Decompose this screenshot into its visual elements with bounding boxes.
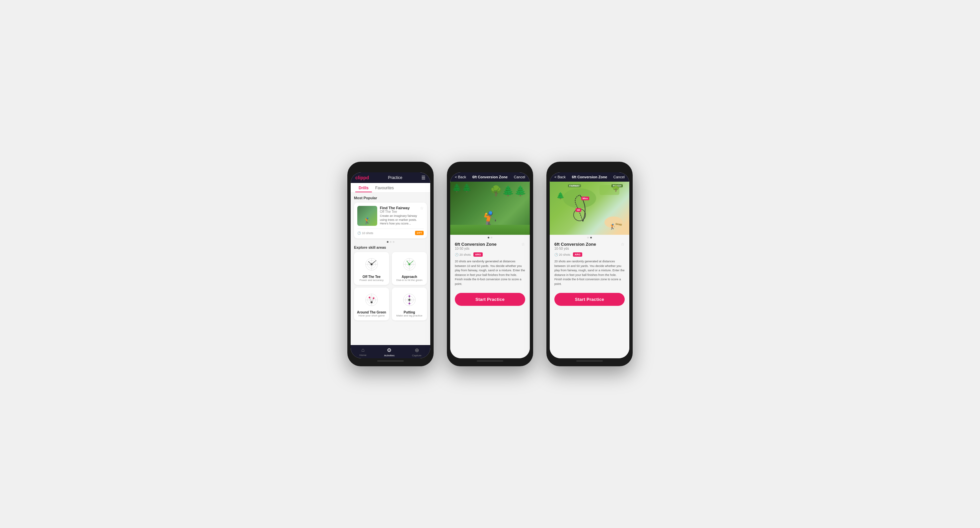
featured-drill-card[interactable]: 🏌️ Find The Fairway Off The Tee ☆ Create… — [354, 203, 427, 238]
drill-desc-3: 20 shots are randomly generated at dista… — [554, 259, 625, 286]
carousel-dots — [354, 241, 427, 243]
star-icon[interactable]: ☆ — [420, 206, 424, 211]
phone1-content: Most Popular 🏌️ Find The Fairway Off The… — [351, 193, 430, 345]
image-dots-2 — [450, 235, 530, 238]
drill-meta-3: 🕐 20 shots ARG — [554, 252, 625, 257]
skill-sub-atg: Hone your short game — [356, 314, 387, 317]
image-dots-3 — [550, 235, 629, 238]
skill-off-the-tee[interactable]: Off The Tee Power and accuracy — [354, 252, 389, 285]
skill-putting[interactable]: Putting Make and lag practice — [392, 287, 427, 321]
drill-info-2: 6ft Conversion Zone 10-50 yds ☆ 🕐 20 sho… — [450, 238, 530, 290]
drill-hero-image: 🌲🌲 🌳🌲🌲 🏌️ — [450, 182, 530, 235]
green-grass — [450, 225, 530, 235]
dot-2 — [390, 241, 391, 243]
svg-point-37 — [563, 188, 596, 208]
shots-2: 🕐 20 shots — [455, 253, 471, 256]
drill-desc-2: 20 shots are randomly generated at dista… — [455, 259, 525, 286]
skill-around-the-green[interactable]: Around The Green Hone your short game — [354, 287, 389, 321]
skill-name-ott: Off The Tee — [356, 275, 387, 279]
drill-subtitle: Off The Tee — [380, 210, 410, 214]
dot-1 — [387, 241, 388, 243]
skill-name-approach: Approach — [395, 275, 424, 279]
hit-badge: Hit — [576, 208, 581, 212]
star-icon-3[interactable]: ☆ — [621, 242, 625, 247]
drill-yds-2: 10-50 yds — [455, 247, 496, 250]
skill-name-atg: Around The Green — [356, 311, 387, 314]
clock-icon-3: 🕐 — [554, 253, 558, 256]
cancel-button-2[interactable]: Cancel — [514, 175, 525, 179]
arg-badge-3: ARG — [573, 252, 582, 257]
tab-drills[interactable]: Drills — [355, 183, 372, 192]
drill-footer: 🕐 10 shots OTT — [357, 228, 424, 235]
phone2-title: 6ft Conversion Zone — [473, 175, 508, 179]
nav-home-label: Home — [359, 354, 366, 357]
notch-3 — [576, 165, 603, 172]
map-tree-2: 🌳 — [612, 185, 619, 192]
home-bar-3 — [576, 360, 603, 362]
drill-desc: Create an imaginary fairway using trees … — [380, 214, 424, 226]
miss-badge: Miss — [581, 196, 589, 200]
drill-header-2: 6ft Conversion Zone 10-50 yds ☆ — [455, 242, 525, 252]
notch-2 — [477, 165, 503, 172]
skill-sub-approach: Dial-in to hit the green — [395, 279, 424, 282]
notch-1 — [377, 165, 404, 172]
skill-grid: Off The Tee Power and accuracy — [354, 252, 427, 321]
drill-thumbnail: 🏌️ — [357, 206, 377, 226]
dot-3 — [393, 241, 395, 243]
nav-capture-label: Capture — [412, 354, 421, 357]
phone-2: < Back 6ft Conversion Zone Cancel 🌲🌲 🌳🌲🌲… — [447, 162, 533, 366]
nav-activities[interactable]: ⚙ Activities — [384, 347, 395, 357]
menu-icon[interactable]: ☰ — [421, 175, 426, 180]
tab-favourites[interactable]: Favourites — [372, 183, 397, 192]
cancel-button-3[interactable]: Cancel — [613, 175, 625, 179]
drill-meta-2: 🕐 20 shots ARG — [455, 252, 525, 257]
home-bar-2 — [477, 360, 503, 362]
off-the-tee-icon — [362, 255, 382, 274]
phone-1-screen: clippd Practice ☰ Drills Favourites Most… — [351, 172, 430, 358]
golfer-emoji: 🏌️ — [364, 217, 371, 225]
fairway-label: FAIRWAY — [568, 184, 581, 187]
drill-yds-3: 10-50 yds — [554, 247, 596, 250]
phone-3-screen: < Back 6ft Conversion Zone Cancel — [550, 172, 629, 358]
tabs-bar: Drills Favourites — [351, 183, 430, 193]
img-dot-2 — [491, 237, 492, 238]
phone-1: clippd Practice ☰ Drills Favourites Most… — [347, 162, 434, 366]
around-green-icon — [362, 291, 382, 309]
svg-line-7 — [368, 262, 372, 264]
capture-icon: ⊕ — [415, 347, 419, 353]
drill-title-3: 6ft Conversion Zone — [554, 242, 596, 247]
phone2-content: 🌲🌲 🌳🌲🌲 🏌️ 6ft Conversion Zone — [450, 182, 530, 358]
drill-info: Find The Fairway Off The Tee ☆ Create an… — [380, 206, 424, 226]
img-dot-3-2 — [590, 237, 592, 238]
activities-icon: ⚙ — [387, 347, 391, 353]
back-button-2[interactable]: < Back — [455, 175, 466, 179]
skill-approach[interactable]: Approach Dial-in to hit the green — [392, 252, 427, 285]
bottom-nav: ⌂ Home ⚙ Activities ⊕ Capture — [351, 345, 430, 358]
drill-header-3: 6ft Conversion Zone 10-50 yds ☆ — [554, 242, 625, 252]
star-icon-2[interactable]: ☆ — [521, 242, 525, 247]
ott-badge: OTT — [415, 231, 424, 235]
start-btn-wrap-3: Start Practice — [550, 290, 629, 309]
nav-activities-label: Activities — [384, 354, 395, 357]
start-btn-wrap-2: Start Practice — [450, 290, 530, 309]
nav-capture[interactable]: ⊕ Capture — [412, 347, 421, 357]
phone1-header-title: Practice — [388, 175, 402, 180]
map-tree-1: 🌲 — [556, 191, 565, 199]
trees-left: 🌲🌲 — [452, 183, 472, 193]
drill-info-3: 6ft Conversion Zone 10-50 yds ☆ 🕐 20 sho… — [550, 238, 629, 290]
nav-home[interactable]: ⌂ Home — [359, 347, 366, 357]
phone3-content: FAIRWAY ROUGH Miss Hit SAND 🏌️ 🌲 🌳 — [550, 182, 629, 358]
img-dot-1 — [488, 237, 489, 238]
phone3-header: < Back 6ft Conversion Zone Cancel — [550, 172, 629, 182]
start-practice-button-3[interactable]: Start Practice — [554, 293, 625, 306]
phone2-header: < Back 6ft Conversion Zone Cancel — [450, 172, 530, 182]
skill-sub-putting: Make and lag practice — [395, 314, 424, 317]
putting-icon — [399, 291, 419, 309]
home-icon: ⌂ — [361, 347, 364, 353]
start-practice-button-2[interactable]: Start Practice — [455, 293, 525, 306]
clock-icon-2: 🕐 — [455, 253, 458, 256]
drill-map-image: FAIRWAY ROUGH Miss Hit SAND 🏌️ 🌲 🌳 — [550, 182, 629, 235]
back-button-3[interactable]: < Back — [554, 175, 566, 179]
skill-name-putting: Putting — [395, 311, 424, 314]
phone3-title: 6ft Conversion Zone — [572, 175, 607, 179]
